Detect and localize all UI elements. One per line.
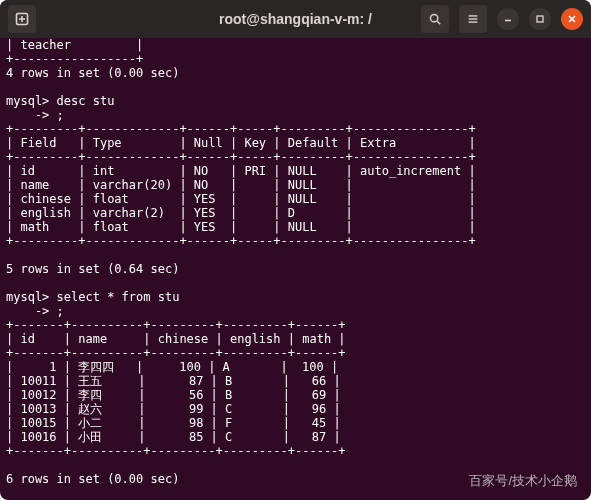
titlebar-right bbox=[421, 5, 583, 33]
cmd-desc: desc stu bbox=[57, 94, 115, 108]
cont-prompt: -> bbox=[6, 304, 57, 318]
terminal-body[interactable]: | teacher | +-----------------+ 4 rows i… bbox=[0, 38, 591, 500]
titlebar: root@shangqian-v-m: / bbox=[0, 0, 591, 38]
cmd-select: select * from stu bbox=[57, 290, 180, 304]
watermark: 百家号/技术小企鹅 bbox=[469, 474, 577, 488]
prev-row: | teacher | bbox=[6, 38, 143, 52]
prev-summary: 4 rows in set (0.00 sec) bbox=[6, 66, 179, 80]
svg-line-4 bbox=[437, 21, 440, 24]
prompt: mysql> bbox=[6, 94, 49, 108]
desc-table: +---------+-------------+------+-----+--… bbox=[6, 122, 476, 248]
svg-rect-9 bbox=[537, 16, 543, 22]
desc-summary: 5 rows in set (0.64 sec) bbox=[6, 262, 179, 276]
new-tab-button[interactable] bbox=[8, 5, 36, 33]
prev-sep: +-----------------+ bbox=[6, 52, 143, 66]
titlebar-left bbox=[8, 5, 36, 33]
search-button[interactable] bbox=[421, 5, 449, 33]
minimize-button[interactable] bbox=[497, 8, 519, 30]
menu-button[interactable] bbox=[459, 5, 487, 33]
select-summary: 6 rows in set (0.00 sec) bbox=[6, 472, 179, 486]
maximize-button[interactable] bbox=[529, 8, 551, 30]
svg-point-3 bbox=[430, 14, 437, 21]
select-table: +-------+----------+---------+---------+… bbox=[6, 318, 346, 458]
close-button[interactable] bbox=[561, 8, 583, 30]
prompt: mysql> bbox=[6, 290, 49, 304]
terminal-window: root@shangqian-v-m: / bbox=[0, 0, 591, 500]
cont-prompt: -> bbox=[6, 108, 57, 122]
